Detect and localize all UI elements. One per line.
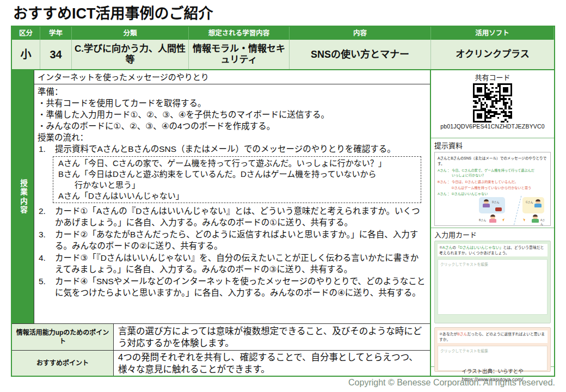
summary-header-soft: 活用ソフト	[431, 27, 554, 40]
summary-header-gakushu: 想定される学習内容	[189, 27, 290, 40]
character-a-label: Aさん	[540, 218, 547, 225]
material-label: 提示資料	[434, 140, 551, 150]
step-text: カード①「Aさんの『Dさんはいいんじゃない』とは、どういう意味だと考えられますか…	[55, 205, 426, 228]
divider-dashed-line	[513, 196, 521, 226]
character-c-avatar	[534, 199, 542, 207]
card-quote-highlight: 「Dさんはいいんじゃない」	[456, 246, 503, 249]
share-code-label: 共有コード	[431, 72, 554, 82]
lesson-topic: インターネットを使ったメッセージのやりとり	[34, 70, 430, 84]
flow-step: 5. カード④「SNSやメールなどのインターネットを使ったメッセージのやりとりで…	[38, 275, 426, 298]
input-card-1: ①Aさんの「Dさんはいいんじゃない」とは、どういう意味だと考えられますか。いくつ…	[434, 241, 551, 323]
points-row-label: おすすめポイント	[12, 351, 114, 376]
preparation-item: ・準備した入力用カード①、②、③、④を子供たちのマイボードに送信する。	[38, 109, 426, 120]
main-board: 授業内容 インターネットを使ったメッセージのやりとり 準備： ・共有コードを使用…	[11, 69, 555, 377]
flow-step: 3. カード②「あなたがBさんだったら、どのように返信すればよいと思いますか。」…	[38, 229, 426, 252]
material-slide-thumbnail: AさんとBさんのSNS（またはメール）でのメッセージのやりとりです。 Aさん ：…	[434, 152, 551, 226]
summary-value-kubun: 小	[12, 40, 40, 69]
preparation-item: ・みんなのボードに①、②、③、④の4つのボードを作成する。	[38, 120, 426, 132]
copyright: Copyright © Benesse Corporation. All rig…	[348, 378, 555, 388]
slide-page: おすすめICT活用事例のご紹介 区分 学年 分類 想定される学習内容 内容 活用…	[0, 0, 566, 392]
summary-value-naiyo: SNSの使い方とマナー	[290, 40, 431, 69]
lesson-body: 準備： ・共有コードを使用してカードを取得する。 ・準備した入力用カード①、②、…	[34, 84, 430, 298]
sidebar-label: 授業内容	[17, 179, 28, 215]
material-section: 提示資料 AさんとBさんのSNS（またはメール）でのメッセージのやりとりです。 …	[431, 138, 554, 228]
summary-value-gakunen: 34	[40, 40, 72, 69]
summary-table: 区分 学年 分類 想定される学習内容 内容 活用ソフト 小 34 C.学びに向か…	[11, 26, 555, 69]
right-panel: 共有コード pb01JQDV6PES41CNZHDTJEZBYVC0 提示資料 …	[430, 70, 554, 376]
dialogue-box: Aさん「今日、Cさんの家で、ゲーム機を持って行って遊ぶんだ。いっしょに行かない？…	[53, 156, 421, 203]
share-code-section: 共有コード pb01JQDV6PES41CNZHDTJEZBYVC0	[431, 70, 554, 138]
lesson-sidebar: 授業内容	[12, 70, 34, 323]
step-number: 5.	[38, 275, 55, 298]
summary-header-kubun: 区分	[12, 27, 40, 40]
step-text: カード②「あなたがBさんだったら、どのように返信すればよいと思いますか。」に各自…	[55, 229, 426, 252]
page-title: おすすめICT活用事例のご紹介	[13, 2, 213, 23]
slide-text: Dさんはいいんじゃない	[452, 191, 488, 196]
points-row-info-literacy: 情報活用能力upのためのポイント 言葉の選び方によっては意味が複数想定できること…	[12, 323, 430, 350]
card-question-text: の	[452, 246, 456, 249]
card-question: ①Aさんの「Dさんはいいんじゃない」とは、どういう意味だと考えられますか。いくつ…	[438, 244, 547, 256]
card-question-text: ②あなたが	[439, 332, 457, 336]
slide-line: Bさん ： 今日は、Dさんと遊ぶ約束をしているんだ。	[438, 179, 547, 184]
character-a-avatar	[531, 215, 539, 223]
step-text: カード③「『Dさんはいいんじゃない』を、自分の伝えたいことが正しく伝わる言いかた…	[55, 252, 426, 275]
qr-code	[473, 83, 512, 122]
summary-header-gakunen: 学年	[40, 27, 72, 40]
card-question: ②あなたがBさんだったら、どのように返信すればよいと思いますか。	[438, 330, 547, 343]
character-b-label: Bさん	[479, 218, 486, 222]
slide-speaker: Aさん ：	[438, 191, 452, 196]
card-text-placeholder: クリックしてテキストを編集	[438, 259, 547, 315]
step-text: カード④「SNSやメールなどのインターネットを使ったメッセージのやりとりで、どの…	[55, 275, 426, 298]
step-number: 2.	[38, 205, 55, 228]
summary-value-soft: オクリンクプラス	[431, 40, 554, 69]
points-row-text: 4つの発問それぞれを共有し、確認することで、自分事としてとらえつつ、様々な意見に…	[114, 351, 430, 376]
flow-step: 4. カード③「『Dさんはいいんじゃない』を、自分の伝えたいことが正しく伝わる言…	[38, 252, 426, 275]
arrow-icon	[500, 218, 505, 222]
character-c-label: Cさん	[526, 200, 533, 204]
character-d-label: Dさん	[492, 200, 500, 204]
card-name-highlight: Bさん	[457, 332, 467, 336]
step-number: 4.	[38, 252, 55, 275]
input-card-2: ②あなたがBさんだったら、どのように返信すればよいと思いますか。 クリックしてテ…	[434, 327, 551, 372]
slide-line: Aさん ： 今日、Cさんの家で、ゲーム機を持って行って遊ぶんだ いっしょに行かな…	[438, 168, 547, 178]
character-d-avatar	[482, 199, 490, 207]
summary-header-naiyo: 内容	[290, 27, 431, 40]
step-number: 3.	[38, 229, 55, 252]
character-b-avatar	[489, 215, 496, 223]
slide-text: 今日、Cさんの家で、ゲーム機を持って行って遊ぶんだ いっしょに行かない？	[452, 168, 534, 178]
summary-value-gakushu: 情報モラル・情報セキュリティ	[189, 40, 290, 69]
input-cards-label: 入力用カード	[434, 229, 551, 240]
summary-header-bunrui: 分類	[72, 27, 189, 40]
slide-text: 今日は、Dさんと遊ぶ約束をしているんだ。	[452, 179, 518, 184]
card-name-highlight: Aさん	[442, 246, 452, 249]
slide-line: Dさんはゲーム機を持っていないから行かないと思う	[438, 185, 547, 190]
lesson-content: インターネットを使ったメッセージのやりとり 準備： ・共有コードを使用してカード…	[34, 70, 430, 323]
game-console-icon	[495, 207, 502, 211]
summary-value-bunrui: C.学びに向かう力、人間性等	[72, 40, 189, 69]
points-row-text: 言葉の選び方によっては意味が複数想定できること、及びそのような時にどう対応するか…	[114, 324, 430, 350]
share-code-text: pb01JQDV6PES41CNZHDTJEZBYVC0	[431, 123, 554, 130]
slide-speaker: Bさん ：	[438, 179, 452, 184]
illustration-credit: イラスト出典：いらすとや https://www.irasutoya.com/	[431, 367, 554, 376]
preparation-title: 準備：	[38, 86, 426, 97]
points-row-recommend: おすすめポイント 4つの発問それぞれを共有し、確認することで、自分事としてとらえ…	[12, 350, 430, 376]
slide-illustration: Dさん Bさん Cさん Aさん	[438, 197, 547, 226]
flow-step: 1. 提示資料でAさんとBさんのSNS（またはメール）でのメッセージのやりとりを…	[38, 143, 426, 155]
slide-speaker: Aさん ：	[438, 168, 452, 178]
points-row-label: 情報活用能力upのためのポイント	[12, 324, 114, 350]
slide-title: AさんとBさんのSNS（またはメール）でのメッセージのやりとりです。	[438, 155, 547, 166]
input-cards-section: 入力用カード ①Aさんの「Dさんはいいんじゃない」とは、どういう意味だと考えられ…	[431, 228, 554, 367]
step-text: 提示資料でAさんとBさんのSNS（またはメール）でのメッセージのやりとりを確認す…	[55, 143, 426, 155]
step-number: 1.	[38, 143, 55, 155]
slide-line: Aさん ： Dさんはいいんじゃない	[438, 191, 547, 196]
flow-title: 授業の流れ：	[38, 132, 426, 143]
flow-step: 2. カード①「Aさんの『Dさんはいいんじゃない』とは、どういう意味だと考えられ…	[38, 205, 426, 228]
arrow-icon	[523, 218, 527, 222]
slide-text: Dさんはゲーム機を持っていないから行かないと思う	[452, 185, 531, 190]
preparation-item: ・共有コードを使用してカードを取得する。	[38, 97, 426, 109]
slide-speaker	[438, 185, 452, 190]
